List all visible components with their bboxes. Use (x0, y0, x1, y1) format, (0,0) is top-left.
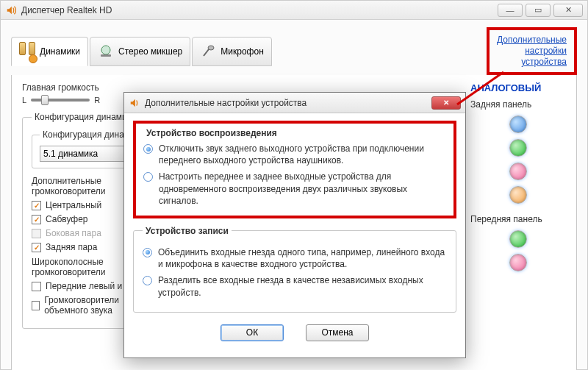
titlebar: Диспетчер Realtek HD — ▭ ✕ (1, 1, 587, 20)
dialog-titlebar: Дополнительные настройки устройства ✕ (124, 93, 465, 113)
speakers-icon (19, 43, 35, 60)
maximize-button[interactable]: ▭ (526, 4, 551, 17)
advanced-settings-link-wrap: Дополнительные настройки устройства (487, 27, 577, 75)
cancel-button[interactable]: Отмена (306, 324, 369, 341)
playback-legend: Устройство воспроизведения (143, 128, 446, 138)
record-legend: Устройство записи (143, 226, 232, 236)
window-title: Диспетчер Realtek HD (21, 5, 112, 15)
radio-icon (143, 172, 153, 182)
dialog-buttons: ОК Отмена (133, 320, 456, 350)
balance-left-label: L (22, 96, 26, 104)
radio-record-combine[interactable]: Объединить входные гнезда одного типа, н… (143, 246, 447, 270)
record-fieldset: Устройство записи Объединить входные гне… (133, 226, 456, 313)
close-button[interactable]: ✕ (553, 4, 583, 17)
speaker-config-value: 5.1 динамика (43, 149, 98, 159)
tab-microphone-label: Микрофон (220, 46, 263, 57)
tab-stereo-mix-label: Стерео микшер (118, 46, 182, 57)
tab-microphone[interactable]: Микрофон (192, 37, 271, 66)
playback-highlight: Устройство воспроизведения Отключить зву… (133, 121, 456, 218)
sound-icon (129, 97, 140, 109)
sound-icon (5, 4, 17, 16)
radio-record-separate[interactable]: Разделить все входные гнезда в качестве … (143, 274, 447, 298)
svg-point-0 (101, 46, 110, 54)
svg-line-3 (204, 49, 209, 56)
jack-green[interactable] (509, 139, 527, 157)
analog-title: АНАЛОГОВЫЙ (470, 82, 566, 93)
advanced-settings-link[interactable]: Дополнительные настройки устройства (497, 35, 567, 67)
advanced-settings-dialog: Дополнительные настройки устройства ✕ Ус… (123, 92, 466, 358)
radio-icon (143, 248, 152, 257)
radio-playback-independent[interactable]: Настроить переднее и заднее выходные уст… (143, 171, 446, 207)
stereo-mix-icon (98, 43, 114, 60)
jack-orange[interactable] (509, 186, 527, 204)
svg-point-2 (208, 46, 214, 50)
playback-fieldset: Устройство воспроизведения Отключить зву… (143, 128, 446, 207)
window-controls: — ▭ ✕ (498, 4, 583, 17)
dialog-title: Дополнительные настройки устройства (145, 98, 306, 108)
jack-pink-back[interactable] (509, 163, 527, 180)
balance-slider[interactable] (31, 99, 90, 102)
tab-stereo-mix[interactable]: Стерео микшер (90, 37, 190, 66)
tab-speakers[interactable]: Динамики (11, 37, 88, 66)
jack-blue[interactable] (509, 115, 527, 133)
jack-green-front[interactable] (509, 230, 527, 248)
ok-button[interactable]: ОК (220, 324, 284, 341)
front-panel-label: Передняя панель (470, 214, 566, 224)
radio-icon (143, 144, 153, 154)
minimize-button[interactable]: — (498, 4, 523, 17)
jack-pink-front[interactable] (509, 254, 527, 271)
analog-panel: АНАЛОГОВЫЙ Задняя панель Передняя панель (470, 82, 566, 369)
back-panel-label: Задняя панель (470, 99, 566, 110)
tab-speakers-label: Динамики (40, 46, 80, 57)
microphone-icon (200, 43, 216, 60)
dialog-body: Устройство воспроизведения Отключить зву… (124, 113, 465, 357)
svg-rect-1 (101, 54, 111, 57)
radio-icon (143, 276, 152, 285)
tabstrip: Динамики Стерео микшер Микрофон Дополнит… (11, 27, 577, 75)
main-volume-label: Главная громкость (22, 82, 99, 93)
dialog-close-button[interactable]: ✕ (431, 96, 461, 110)
advanced-link-highlight: Дополнительные настройки устройства (487, 27, 577, 75)
radio-playback-mute-rear[interactable]: Отключить звук заднего выходного устройс… (143, 143, 446, 166)
balance-right-label: R (94, 96, 100, 104)
